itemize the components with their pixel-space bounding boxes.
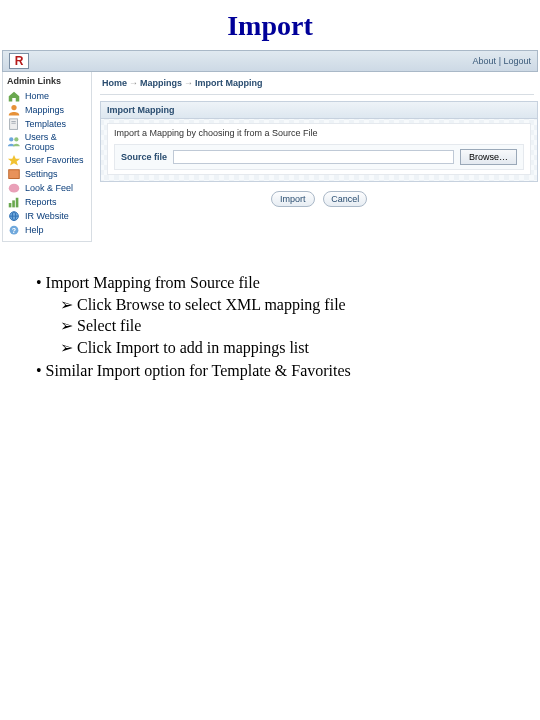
svg-rect-9 bbox=[9, 203, 12, 207]
topbar: R About | Logout bbox=[2, 50, 538, 72]
panel-header: Import Mapping bbox=[101, 102, 537, 119]
breadcrumb-home[interactable]: Home bbox=[102, 78, 127, 88]
globe-icon bbox=[7, 210, 21, 222]
svg-marker-6 bbox=[8, 155, 20, 166]
source-file-row: Source file Browse… bbox=[114, 144, 524, 170]
cancel-button[interactable]: Cancel bbox=[323, 191, 367, 207]
svg-point-5 bbox=[14, 137, 18, 141]
sidebar-item-label: Mappings bbox=[25, 105, 64, 115]
about-link[interactable]: About bbox=[473, 56, 497, 66]
svg-point-8 bbox=[9, 184, 20, 193]
bullet-text: Import Mapping from Source file bbox=[46, 274, 260, 291]
sidebar-item-users-groups[interactable]: Users & Groups bbox=[3, 131, 91, 153]
sidebar-item-label: Settings bbox=[25, 169, 58, 179]
sidebar-item-user-favorites[interactable]: User Favorites bbox=[3, 153, 91, 167]
action-buttons: Import Cancel bbox=[100, 188, 538, 207]
users-icon bbox=[7, 136, 21, 148]
app-logo: R bbox=[9, 53, 29, 69]
document-icon bbox=[7, 118, 21, 130]
bullet-text: Select file bbox=[77, 317, 141, 334]
main-area: Home→Mappings→Import Mapping Import Mapp… bbox=[92, 72, 538, 242]
breadcrumb: Home→Mappings→Import Mapping bbox=[100, 76, 534, 95]
panel-description: Import a Mapping by choosing it from a S… bbox=[114, 128, 524, 138]
sidebar-item-reports[interactable]: Reports bbox=[3, 195, 91, 209]
home-icon bbox=[7, 90, 21, 102]
star-icon bbox=[7, 154, 21, 166]
sidebar-item-label: Help bbox=[25, 225, 44, 235]
top-links: About | Logout bbox=[473, 56, 531, 66]
sidebar-item-look-feel[interactable]: Look & Feel bbox=[3, 181, 91, 195]
settings-icon bbox=[7, 168, 21, 180]
sidebar-item-settings[interactable]: Settings bbox=[3, 167, 91, 181]
sidebar-item-label: Home bbox=[25, 91, 49, 101]
chevron-right-icon: → bbox=[127, 78, 140, 88]
source-file-input[interactable] bbox=[173, 150, 454, 164]
chart-icon bbox=[7, 196, 21, 208]
sidebar-header: Admin Links bbox=[3, 74, 91, 89]
import-mapping-panel: Import Mapping Import a Mapping by choos… bbox=[100, 101, 538, 182]
svg-point-0 bbox=[11, 105, 16, 110]
sidebar-item-mappings[interactable]: Mappings bbox=[3, 103, 91, 117]
svg-rect-10 bbox=[12, 200, 15, 207]
breadcrumb-current: Import Mapping bbox=[195, 78, 263, 88]
bullet-text: Click Import to add in mappings list bbox=[77, 339, 309, 356]
svg-text:?: ? bbox=[12, 227, 16, 234]
app-screenshot: R About | Logout Admin Links Home Mappin… bbox=[2, 50, 538, 242]
bullet-text: Similar Import option for Template & Fav… bbox=[46, 362, 351, 379]
svg-rect-1 bbox=[10, 119, 18, 130]
source-file-label: Source file bbox=[121, 152, 167, 162]
palette-icon bbox=[7, 182, 21, 194]
slide-title: Import bbox=[0, 0, 540, 50]
sidebar-item-label: IR Website bbox=[25, 211, 69, 221]
import-button[interactable]: Import bbox=[271, 191, 315, 207]
breadcrumb-mappings[interactable]: Mappings bbox=[140, 78, 182, 88]
sidebar-item-help[interactable]: ? Help bbox=[3, 223, 91, 237]
slide-bullets: Import Mapping from Source file Click Br… bbox=[0, 242, 540, 382]
svg-point-4 bbox=[9, 137, 13, 141]
sidebar-item-label: Reports bbox=[25, 197, 57, 207]
sidebar-item-label: Templates bbox=[25, 119, 66, 129]
user-icon bbox=[7, 104, 21, 116]
sidebar-item-label: Users & Groups bbox=[25, 132, 87, 152]
sidebar-item-ir-website[interactable]: IR Website bbox=[3, 209, 91, 223]
svg-rect-11 bbox=[16, 198, 19, 208]
svg-rect-7 bbox=[9, 170, 20, 179]
sidebar-item-templates[interactable]: Templates bbox=[3, 117, 91, 131]
help-icon: ? bbox=[7, 224, 21, 236]
chevron-right-icon: → bbox=[182, 78, 195, 88]
bullet-text: Click Browse to select XML mapping file bbox=[77, 296, 346, 313]
logout-link[interactable]: Logout bbox=[503, 56, 531, 66]
sidebar-item-home[interactable]: Home bbox=[3, 89, 91, 103]
sidebar-item-label: Look & Feel bbox=[25, 183, 73, 193]
logo-r-icon: R bbox=[15, 55, 24, 67]
sidebar-item-label: User Favorites bbox=[25, 155, 84, 165]
sidebar: Admin Links Home Mappings Templates User… bbox=[2, 72, 92, 242]
browse-button[interactable]: Browse… bbox=[460, 149, 517, 165]
